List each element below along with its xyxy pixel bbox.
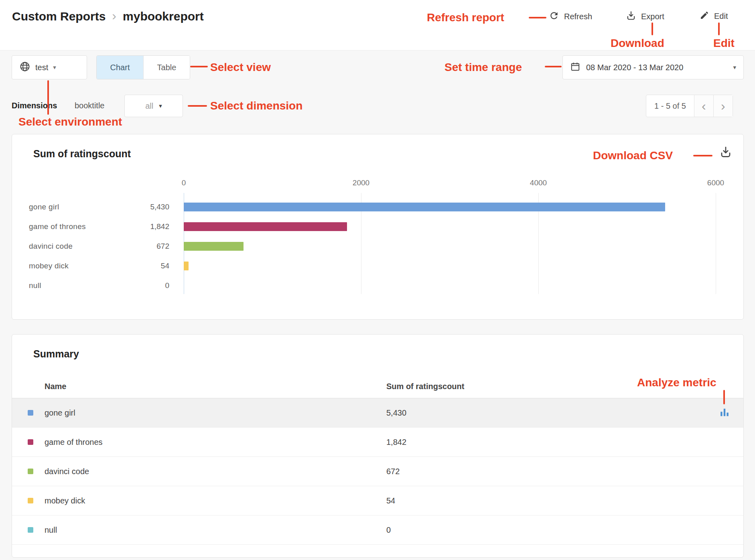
legend-swatch <box>28 469 33 474</box>
breadcrumb: Custom Reports › mybookreport <box>12 10 204 23</box>
table-row[interactable]: davinci code 672 <box>12 457 743 486</box>
row-name: mobey dick <box>45 496 85 505</box>
row-name: game of thrones <box>45 438 103 447</box>
row-value: 54 <box>386 496 395 505</box>
environment-value: test <box>35 63 48 72</box>
legend-swatch <box>28 527 33 533</box>
bar <box>184 242 244 251</box>
legend-swatch <box>28 439 33 445</box>
table-row[interactable]: null 0 <box>12 515 743 545</box>
row-value: 5,430 <box>386 408 406 418</box>
environment-select[interactable]: test ▾ <box>12 55 87 79</box>
annotation-line <box>188 105 207 107</box>
summary-card: Summary Name Sum of ratingscount gone gi… <box>12 334 744 558</box>
row-name: gone girl <box>45 408 75 418</box>
bar <box>184 203 665 211</box>
dimension-value: all <box>145 101 153 111</box>
annotation-line <box>545 66 562 67</box>
refresh-icon <box>549 10 559 23</box>
dimension-select[interactable]: all ▾ <box>124 95 183 117</box>
value-label: 672 <box>132 242 169 251</box>
export-button[interactable]: Export <box>626 10 664 23</box>
tab-chart[interactable]: Chart <box>97 56 143 79</box>
value-label: 0 <box>132 281 169 290</box>
table-row[interactable]: game of thrones 1,842 <box>12 428 743 457</box>
pagination-prev-button[interactable]: ‹ <box>694 95 713 117</box>
annotation-refresh-report: Refresh report <box>427 11 504 24</box>
row-value: 1,842 <box>386 438 406 447</box>
dimensions-label: Dimensions <box>12 101 57 110</box>
bar-row: gone girl 5,430 <box>12 197 743 217</box>
bar <box>184 222 347 231</box>
value-label: 1,842 <box>132 222 169 231</box>
table-row[interactable]: mobey dick 54 <box>12 486 743 515</box>
download-icon <box>626 10 636 23</box>
annotation-select-dimension: Select dimension <box>210 99 302 112</box>
analyze-metric-button[interactable] <box>718 406 731 420</box>
annotation-line <box>723 390 725 404</box>
x-axis-tick: 4000 <box>530 179 547 187</box>
row-value: 672 <box>386 467 400 476</box>
table-header-row: Name Sum of ratingscount <box>12 375 743 398</box>
bar-row: davinci code 672 <box>12 236 743 256</box>
category-label: gone girl <box>29 203 59 211</box>
download-csv-icon <box>719 154 732 160</box>
value-label: 54 <box>132 262 169 270</box>
column-header-name: Name <box>45 382 66 391</box>
chevron-right-icon: › <box>721 99 725 112</box>
summary-title: Summary <box>33 348 79 360</box>
view-toggle: Chart Table <box>96 55 190 79</box>
chevron-left-icon: ‹ <box>702 99 706 112</box>
annotation-analyze-metric: Analyze metric <box>637 376 716 389</box>
annotation-set-time-range: Set time range <box>444 61 522 74</box>
annotation-line <box>529 17 546 18</box>
edit-button[interactable]: Edit <box>700 10 728 22</box>
download-csv-button[interactable] <box>719 146 732 160</box>
annotation-edit: Edit <box>713 37 735 50</box>
category-label: null <box>29 281 41 290</box>
table-row[interactable]: gone girl 5,430 <box>12 398 743 428</box>
bar <box>184 262 189 270</box>
edit-icon <box>700 10 709 22</box>
legend-swatch <box>28 498 33 503</box>
bar-row: game of thrones 1,842 <box>12 217 743 236</box>
breadcrumb-current: mybookreport <box>123 10 204 23</box>
bar-row: mobey dick 54 <box>12 256 743 276</box>
bar-chart-icon <box>720 412 729 418</box>
export-label: Export <box>641 12 664 21</box>
annotation-line <box>718 22 720 35</box>
globe-icon <box>19 61 30 74</box>
row-name: null <box>45 526 57 535</box>
annotation-download: Download <box>611 37 664 50</box>
annotation-select-environment: Select environment <box>18 116 122 128</box>
refresh-label: Refresh <box>564 12 592 21</box>
annotation-line <box>47 80 49 115</box>
chart-title: Sum of ratingscount <box>33 148 131 160</box>
caret-down-icon: ▾ <box>53 64 56 71</box>
annotation-select-view: Select view <box>210 61 271 74</box>
legend-swatch <box>28 410 33 416</box>
tab-table[interactable]: Table <box>143 56 190 79</box>
pagination-label: 1 - 5 of 5 <box>646 95 694 117</box>
x-axis-tick: 2000 <box>353 179 369 187</box>
summary-table: Name Sum of ratingscount gone girl 5,430… <box>12 375 743 545</box>
caret-down-icon: ▾ <box>159 102 162 110</box>
value-label: 5,430 <box>132 203 169 211</box>
date-range-value: 08 Mar 2020 - 13 Mar 2020 <box>586 63 683 72</box>
pagination-next-button[interactable]: › <box>713 95 733 117</box>
pagination: 1 - 5 of 5 ‹ › <box>646 95 733 117</box>
row-name: davinci code <box>45 467 89 476</box>
annotation-line <box>651 22 653 35</box>
x-axis-tick: 0 <box>182 179 186 187</box>
date-range-picker[interactable]: 08 Mar 2020 - 13 Mar 2020 ▾ <box>562 55 744 79</box>
category-label: mobey dick <box>29 262 69 270</box>
x-axis-tick: 6000 <box>707 179 724 187</box>
breadcrumb-root[interactable]: Custom Reports <box>12 10 106 23</box>
row-value: 0 <box>386 526 391 535</box>
edit-label: Edit <box>714 12 728 21</box>
chevron-right-icon: › <box>112 9 116 22</box>
category-label: davinci code <box>29 242 73 251</box>
bar-row: null 0 <box>12 276 743 295</box>
custom-reports-page: Custom Reports › mybookreport Refresh Ex… <box>0 0 755 560</box>
refresh-button[interactable]: Refresh <box>549 10 592 23</box>
